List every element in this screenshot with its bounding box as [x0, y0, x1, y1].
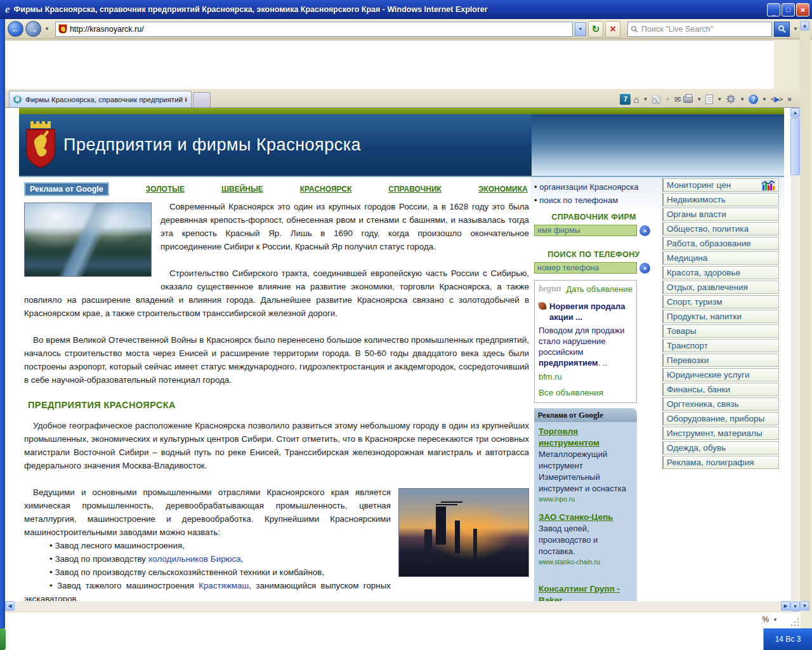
- zoom-control[interactable]: % ▼: [762, 615, 778, 624]
- search-options-dropdown-icon[interactable]: ▼: [792, 26, 799, 32]
- sidebar-item[interactable]: Общество, политика: [662, 222, 779, 235]
- sidebar-item[interactable]: Отдых, развлечения: [662, 281, 779, 294]
- sidebar-item[interactable]: Юридические услуги: [662, 368, 779, 381]
- sidebar-item[interactable]: Продукты, напитки: [662, 310, 779, 323]
- middle-column: организации Красноярска поиск по телефон…: [530, 177, 655, 601]
- nav-link-ekonomika[interactable]: ЭКОНОМИКА: [478, 185, 528, 194]
- sidebar-item[interactable]: Медицина: [662, 251, 779, 265]
- quick-tabs-badge[interactable]: 7: [620, 94, 631, 105]
- page-title: Предприятия и фирмы Красноярска: [63, 135, 361, 155]
- maximize-button[interactable]: □: [782, 3, 795, 17]
- taskbar-clock: 14 Вс 3: [763, 628, 812, 650]
- content-vertical-scrollbar[interactable]: ▲ ▼: [790, 108, 800, 611]
- toolbar-overflow-icon[interactable]: »: [787, 95, 792, 103]
- rss-feed-icon[interactable]: [652, 95, 661, 104]
- nav-link-spravochnik[interactable]: СПРАВОЧНИК: [388, 185, 442, 194]
- biryusa-link[interactable]: холодильников Бирюса: [148, 554, 241, 564]
- start-button-edge[interactable]: [0, 628, 6, 650]
- sidebar-item[interactable]: Товары: [662, 324, 779, 338]
- help-icon[interactable]: ?: [749, 95, 758, 104]
- history-dropdown-icon[interactable]: ▼: [43, 26, 51, 32]
- back-button[interactable]: ←: [8, 21, 23, 37]
- print-icon[interactable]: [683, 96, 693, 103]
- krastyazhmash-link[interactable]: Крастяжмаш: [199, 581, 249, 590]
- window-vertical-scrollbar[interactable]: ▲ ▼: [800, 21, 811, 611]
- nav-link-shveynye[interactable]: ШВЕЙНЫЕ: [221, 185, 263, 194]
- scroll-left-icon[interactable]: ◀: [5, 601, 15, 611]
- address-bar[interactable]: [55, 22, 573, 37]
- resize-grip-icon[interactable]: [790, 618, 799, 627]
- outer-scroll-up-icon[interactable]: ▲: [800, 21, 809, 30]
- home-icon[interactable]: ⌂: [633, 93, 639, 105]
- search-input[interactable]: [641, 25, 769, 34]
- phone-number-input[interactable]: [534, 262, 637, 274]
- sidebar-item[interactable]: Спорт, туризм: [662, 295, 779, 308]
- price-chart-icon: [761, 180, 775, 190]
- tab-krasnoyarsk[interactable]: Фирмы Красноярска, справочник предприяти…: [9, 91, 192, 107]
- minimize-button[interactable]: _: [767, 3, 780, 17]
- outer-scroll-down-icon[interactable]: ▼: [800, 601, 809, 611]
- zoom-dropdown-icon[interactable]: ▼: [773, 617, 778, 623]
- refresh-button[interactable]: ↻: [588, 21, 603, 37]
- sidebar-item[interactable]: Недвижимость: [662, 193, 779, 206]
- link-phone-search[interactable]: поиск по телефонам: [534, 195, 653, 206]
- nav-link-krasnoyarsk[interactable]: КРАСНОЯРСК: [300, 185, 351, 194]
- home-dropdown-icon[interactable]: ▼: [642, 96, 650, 102]
- begun-ad-url[interactable]: bfm.ru: [539, 372, 632, 381]
- page-menu-icon[interactable]: [705, 95, 713, 104]
- google-ad-url[interactable]: www.stanko-chain.ru: [539, 558, 632, 566]
- sidebar-item[interactable]: Одежда, обувь: [662, 441, 779, 454]
- sidebar-item-monitoring[interactable]: Мониторинг цен: [662, 178, 779, 192]
- developer-tools-icon[interactable]: <▶>: [771, 93, 782, 105]
- sidebar-item[interactable]: Оборудование, приборы: [662, 412, 779, 425]
- begun-all-ads-link[interactable]: Все объявления: [539, 388, 632, 397]
- firm-search-go-button[interactable]: »: [639, 225, 650, 236]
- close-button[interactable]: ×: [796, 3, 809, 17]
- phone-search-go-button[interactable]: »: [639, 263, 650, 274]
- sidebar-item[interactable]: Транспорт: [662, 339, 779, 352]
- scrollbar-thumb[interactable]: [790, 118, 800, 175]
- address-input[interactable]: [70, 25, 571, 34]
- google-ad-title-link[interactable]: Торговля инструментом: [539, 426, 632, 449]
- google-ad-url[interactable]: www.inpo.ru: [539, 495, 632, 503]
- link-organizations[interactable]: организации Красноярска: [534, 182, 653, 193]
- sidebar-item[interactable]: Реклама, полиграфия: [662, 456, 779, 469]
- status-bar: % ▼: [5, 613, 801, 628]
- begun-ad-body: Поводом для продажи стало нарушение росс…: [539, 325, 632, 368]
- sidebar-item[interactable]: Оргтехника, связь: [662, 397, 779, 411]
- new-tab-button[interactable]: [193, 92, 211, 107]
- scroll-right-icon[interactable]: ▶: [781, 601, 790, 611]
- search-go-icon: [778, 25, 786, 33]
- sidebar-item[interactable]: Перевозки: [662, 354, 779, 367]
- command-bar: 7 ⌂ ▼ ▼ ✉ ▼ ▼ ▼ ? ▼ <▶> »: [620, 93, 801, 107]
- mail-icon[interactable]: ✉: [674, 93, 681, 105]
- search-go-button[interactable]: [774, 22, 790, 37]
- tools-dropdown-icon[interactable]: ▼: [738, 96, 746, 102]
- google-ad-title-link[interactable]: ЗАО Станко-Цепь: [539, 512, 632, 523]
- window-title: Фирмы Красноярска, справочник предприяти…: [14, 5, 762, 14]
- sidebar-item[interactable]: Органы власти: [662, 208, 779, 221]
- forward-button[interactable]: →: [25, 21, 41, 37]
- scroll-up-icon[interactable]: ▲: [790, 108, 800, 117]
- begun-ad-title[interactable]: Норвегия продала акции ...: [539, 301, 632, 322]
- scroll-down-icon[interactable]: ▼: [790, 602, 800, 611]
- sidebar-item[interactable]: Финансы, банки: [662, 383, 779, 396]
- live-search-box[interactable]: [627, 22, 772, 37]
- begun-place-ad-link[interactable]: Дать объявление: [566, 284, 632, 295]
- sidebar-item[interactable]: Работа, образование: [662, 237, 779, 250]
- refresh-icon: ↻: [592, 23, 600, 35]
- print-dropdown-icon[interactable]: ▼: [695, 96, 703, 102]
- section-heading-enterprises: ПРЕДПРИЯТИЯ КРАСНОЯРСКА: [28, 400, 529, 410]
- firm-name-input[interactable]: [534, 225, 637, 236]
- page-dropdown-icon[interactable]: ▼: [716, 96, 723, 102]
- address-dropdown-button[interactable]: ▼: [575, 22, 586, 36]
- sidebar-item[interactable]: Инструмент, материалы: [662, 427, 779, 440]
- horizontal-scrollbar[interactable]: ◀ ▶: [5, 601, 790, 611]
- page-top-stripe: [19, 108, 784, 114]
- help-dropdown-icon[interactable]: ▼: [761, 96, 768, 102]
- tools-gear-icon[interactable]: [726, 94, 736, 104]
- nav-link-zolotye[interactable]: ЗОЛОТЫЕ: [146, 185, 185, 194]
- sidebar-item[interactable]: Красота, здоровье: [662, 266, 779, 279]
- google-ad-title-link[interactable]: Консалтинг Групп - Baker: [539, 583, 632, 601]
- stop-button[interactable]: ×: [605, 21, 620, 37]
